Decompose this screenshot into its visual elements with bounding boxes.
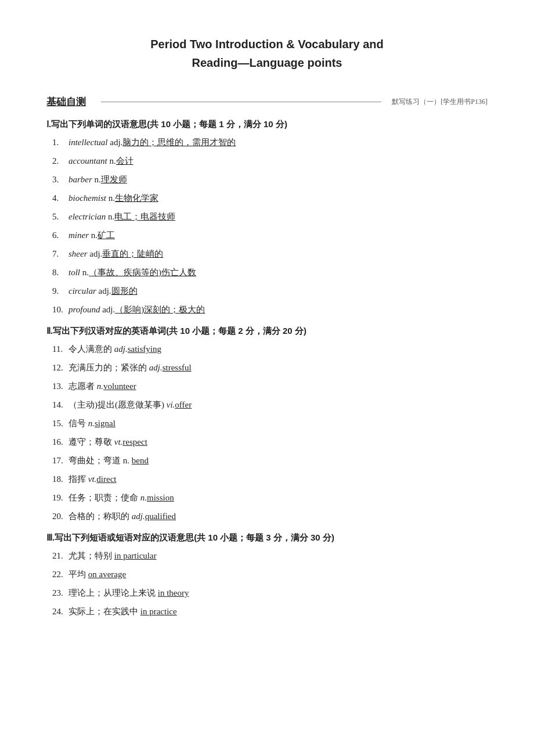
list-item: 16.遵守；尊敬 vt.respect <box>52 434 488 450</box>
list-item: 10.profound adj.（影响)深刻的；极大的 <box>52 302 488 318</box>
subsection-I-heading: Ⅰ.写出下列单词的汉语意思(共 10 小题；每题 1 分，满分 10 分) <box>46 119 488 130</box>
page-title: Period Two Introduction & Vocabulary and… <box>46 35 488 72</box>
list-item: 4.biochemist n.生物化学家 <box>52 190 488 206</box>
list-item: 20.合格的；称职的 adj.qualified <box>52 509 488 524</box>
list-item: 24.实际上；在实践中 in practice <box>52 604 488 620</box>
list-item: 19.任务；职责；使命 n.mission <box>52 490 488 506</box>
list-item: 22.平均 on average <box>52 567 488 582</box>
list-item: 23.理论上；从理论上来说 in theory <box>52 585 488 601</box>
list-item: 13.志愿者 n.volunteer <box>52 379 488 394</box>
list-item: 18.指挥 vt.direct <box>52 471 488 487</box>
list-item: 2.accountant n.会计 <box>52 153 488 169</box>
list-item: 11.令人满意的 adj.satisfying <box>52 341 488 357</box>
list-item: 15.信号 n.signal <box>52 416 488 431</box>
list-item: 7.sheer adj.垂直的；陡峭的 <box>52 246 488 262</box>
list-item: 14.（主动)提出(愿意做某事) vi.offer <box>52 397 488 413</box>
section-note: 默写练习（一）[学生用书P136] <box>392 97 488 107</box>
section-divider <box>101 102 381 102</box>
list-item: 5.electrician n.电工；电器技师 <box>52 209 488 225</box>
list-item: 8.toll n.（事故、疾病等的)伤亡人数 <box>52 265 488 280</box>
section-title: 基础自测 <box>46 95 86 109</box>
list-item: 12.充满压力的；紧张的 adj.stressful <box>52 360 488 376</box>
list-item: 9.circular adj.圆形的 <box>52 283 488 299</box>
list-item: 6.miner n.矿工 <box>52 228 488 243</box>
list-item: 1.intellectual adj.脑力的；思维的，需用才智的 <box>52 135 488 150</box>
list-item: 21.尤其；特别 in particular <box>52 548 488 564</box>
list-item: 17.弯曲处；弯道 n. bend <box>52 453 488 469</box>
list-item: 3.barber n.理发师 <box>52 172 488 188</box>
subsection-II-heading: Ⅱ.写出下列汉语对应的英语单词(共 10 小题；每题 2 分，满分 20 分) <box>46 326 488 337</box>
subsection-III-heading: Ⅲ.写出下列短语或短语对应的汉语意思(共 10 小题；每题 3 分，满分 30 … <box>46 532 488 543</box>
